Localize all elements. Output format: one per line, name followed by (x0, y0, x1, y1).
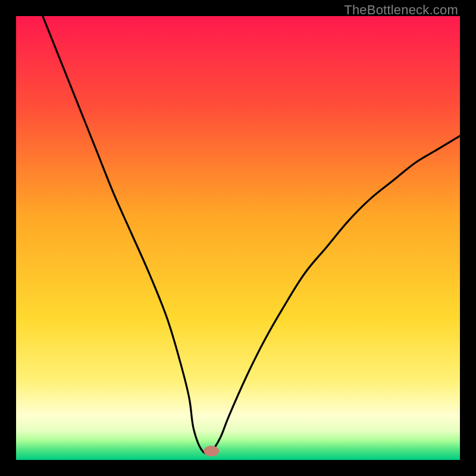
chart-frame: TheBottleneck.com (0, 0, 476, 476)
chart-svg (16, 16, 460, 460)
operating-point-marker (203, 446, 219, 456)
plot-area (16, 16, 460, 460)
watermark-text: TheBottleneck.com (344, 2, 458, 18)
